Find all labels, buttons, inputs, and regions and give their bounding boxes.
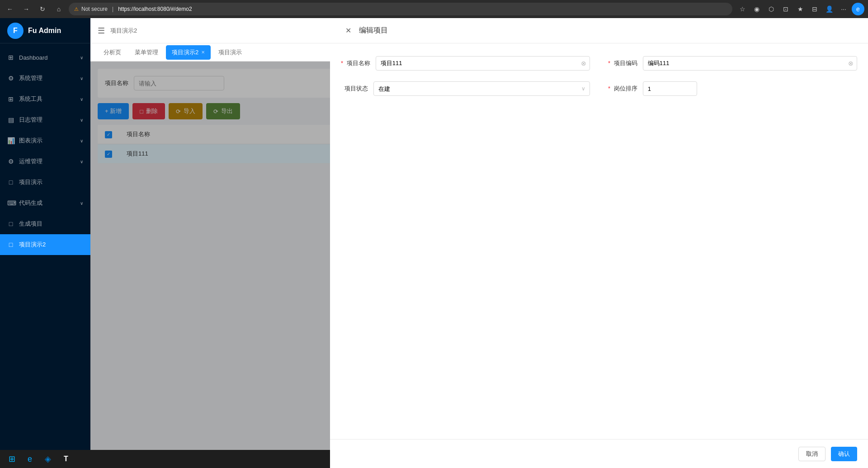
taskbar-start-button[interactable]: ⊞ bbox=[4, 452, 20, 466]
chevron-down-icon: ∨ bbox=[80, 55, 83, 60]
position-order-input[interactable] bbox=[643, 81, 697, 96]
sidebar-logo: F Fu Admin bbox=[0, 18, 90, 43]
sidebar-item-label: 运维管理 bbox=[19, 157, 75, 165]
browser-chrome: ← → ↻ ⌂ ⚠ Not secure | https://localhost… bbox=[0, 0, 868, 18]
sidebar-item-chart-demo[interactable]: 📊 图表演示 ∨ bbox=[0, 130, 90, 151]
sidebar-item-label: Dashboard bbox=[19, 54, 75, 61]
project-name-field: * 项目名称 ⊗ bbox=[341, 56, 590, 71]
tab-label: 项目演示2 bbox=[172, 48, 198, 57]
sidebar-item-dashboard[interactable]: ⊞ Dashboard ∨ bbox=[0, 47, 90, 68]
back-button[interactable]: ← bbox=[4, 3, 16, 15]
taskbar-edge-button[interactable]: e bbox=[22, 452, 38, 466]
tab-menu-mgmt[interactable]: 菜单管理 bbox=[129, 45, 164, 60]
more-button[interactable]: ··· bbox=[837, 3, 850, 15]
breadcrumb: 项目演示2 bbox=[110, 27, 137, 35]
modal-close-button[interactable]: ✕ bbox=[341, 24, 355, 38]
menu-toggle-icon[interactable]: ☰ bbox=[98, 26, 105, 36]
project-status-label: 项目状态 bbox=[341, 85, 368, 93]
ops-mgmt-icon: ⚙ bbox=[7, 158, 14, 165]
sidebar-item-project-demo2[interactable]: □ 项目演示2 bbox=[0, 234, 90, 255]
typora-icon: T bbox=[64, 455, 68, 463]
sidebar-item-label: 代码生成 bbox=[19, 199, 75, 207]
tab-analysis[interactable]: 分析页 bbox=[98, 45, 127, 60]
bookmark-button[interactable]: ☆ bbox=[736, 3, 749, 15]
project-name-input-wrapper: ⊗ bbox=[376, 56, 590, 71]
chevron-down-icon: ∨ bbox=[80, 138, 83, 143]
sidebar-item-code-gen[interactable]: ⌨ 代码生成 ∨ bbox=[0, 193, 90, 213]
gen-project-icon: □ bbox=[7, 220, 14, 227]
tab-label: 项目演示 bbox=[218, 48, 242, 57]
confirm-button[interactable]: 确认 bbox=[831, 447, 857, 461]
url-text: https://localhost:8080/#/demo2 bbox=[118, 6, 192, 12]
windows-icon: ⊞ bbox=[9, 454, 15, 464]
sidebar-item-label: 系统管理 bbox=[19, 74, 75, 82]
sidebar-item-log-mgmt[interactable]: ▤ 日志管理 ∨ bbox=[0, 109, 90, 130]
required-star: * bbox=[608, 85, 610, 92]
sidebar: F Fu Admin ⊞ Dashboard ∨ ⚙ 系统管理 ∨ ⊞ 系统工具… bbox=[0, 18, 90, 450]
chevron-down-icon: ∨ bbox=[80, 118, 83, 123]
position-order-label: * 岗位排序 bbox=[608, 85, 637, 93]
tab-project-demo[interactable]: 项目演示 bbox=[212, 45, 248, 60]
sidebar-item-label: 项目演示 bbox=[19, 178, 83, 186]
form-row-1: * 项目名称 ⊗ * 项目编码 ⊗ bbox=[341, 56, 857, 71]
sidebar-item-system-tools[interactable]: ⊞ 系统工具 ∨ bbox=[0, 89, 90, 109]
modal-title: 编辑项目 bbox=[359, 26, 857, 35]
refresh-button[interactable]: ↻ bbox=[36, 3, 49, 15]
project-demo2-icon: □ bbox=[7, 241, 14, 248]
not-secure-label: Not secure bbox=[81, 6, 108, 12]
project-code-field: * 项目编码 ⊗ bbox=[608, 56, 857, 71]
chevron-down-icon: ∨ bbox=[80, 76, 83, 81]
project-name-clear-icon[interactable]: ⊗ bbox=[581, 60, 586, 66]
project-name-label-text: 项目名称 bbox=[347, 60, 370, 66]
project-code-input[interactable] bbox=[643, 56, 857, 71]
project-code-label: * 项目编码 bbox=[608, 59, 637, 67]
log-mgmt-icon: ▤ bbox=[7, 116, 14, 123]
project-status-select-wrapper: 在建 已完成 暂停 ∨ bbox=[373, 81, 590, 96]
favorites-button[interactable]: ★ bbox=[794, 3, 807, 15]
project-name-label: * 项目名称 bbox=[341, 59, 370, 67]
modal-footer: 取消 确认 bbox=[330, 439, 868, 468]
edit-project-modal: ✕ 编辑项目 * 项目名称 ⊗ * 项目编码 bbox=[330, 18, 868, 468]
forward-button[interactable]: → bbox=[20, 3, 33, 15]
project-code-clear-icon[interactable]: ⊗ bbox=[848, 60, 854, 66]
modal-body: * 项目名称 ⊗ * 项目编码 ⊗ bbox=[330, 43, 868, 439]
sidebar-item-label: 日志管理 bbox=[19, 116, 75, 124]
sidebar-item-gen-project[interactable]: □ 生成项目 bbox=[0, 213, 90, 234]
dashboard-icon: ⊞ bbox=[7, 54, 14, 61]
chevron-down-icon: ∨ bbox=[80, 97, 83, 102]
position-order-label-text: 岗位排序 bbox=[614, 85, 637, 92]
browser-right-icons: ☆ ◉ ⬡ ⊡ ★ ⊟ 👤 ··· e bbox=[736, 3, 864, 15]
extension-button[interactable]: ⬡ bbox=[765, 3, 778, 15]
collections-button[interactable]: ⊟ bbox=[808, 3, 821, 15]
project-code-input-wrapper: ⊗ bbox=[643, 56, 857, 71]
user-avatar-button[interactable]: 👤 bbox=[823, 3, 835, 15]
sidebar-item-project-demo[interactable]: □ 项目演示 bbox=[0, 172, 90, 193]
taskbar-typora-button[interactable]: T bbox=[58, 452, 74, 466]
sidebar-item-system-mgmt[interactable]: ⚙ 系统管理 ∨ bbox=[0, 68, 90, 89]
project-status-select[interactable]: 在建 已完成 暂停 bbox=[373, 81, 590, 96]
position-order-input-wrapper bbox=[643, 81, 857, 96]
sidebar-item-label: 系统工具 bbox=[19, 95, 75, 103]
chevron-down-icon: ∨ bbox=[80, 159, 83, 164]
cancel-button[interactable]: 取消 bbox=[798, 447, 826, 461]
tab-project-demo2[interactable]: 项目演示2 ✕ bbox=[166, 45, 211, 60]
tab-label: 菜单管理 bbox=[135, 48, 158, 57]
sidebar-item-label: 生成项目 bbox=[19, 220, 83, 228]
split-view-button[interactable]: ⊡ bbox=[779, 3, 792, 15]
project-demo-icon: □ bbox=[7, 179, 14, 186]
system-mgmt-icon: ⚙ bbox=[7, 75, 14, 82]
taskbar-vscode-button[interactable]: ◈ bbox=[40, 452, 56, 466]
chevron-down-icon: ∨ bbox=[80, 201, 83, 206]
logo-icon: F bbox=[7, 23, 24, 39]
edge-icon: e bbox=[28, 454, 32, 464]
project-name-input[interactable] bbox=[376, 56, 590, 71]
security-icon: ⚠ bbox=[74, 6, 79, 12]
profile-button[interactable]: ◉ bbox=[750, 3, 763, 15]
edge-logo-button[interactable]: e bbox=[852, 3, 864, 15]
system-tools-icon: ⊞ bbox=[7, 95, 14, 103]
address-bar[interactable]: ⚠ Not secure | https://localhost:8080/#/… bbox=[69, 3, 732, 15]
tab-close-icon[interactable]: ✕ bbox=[201, 50, 205, 55]
sidebar-item-ops-mgmt[interactable]: ⚙ 运维管理 ∨ bbox=[0, 151, 90, 172]
sidebar-menu: ⊞ Dashboard ∨ ⚙ 系统管理 ∨ ⊞ 系统工具 ∨ ▤ 日志管理 ∨… bbox=[0, 43, 90, 450]
home-button[interactable]: ⌂ bbox=[52, 3, 65, 15]
